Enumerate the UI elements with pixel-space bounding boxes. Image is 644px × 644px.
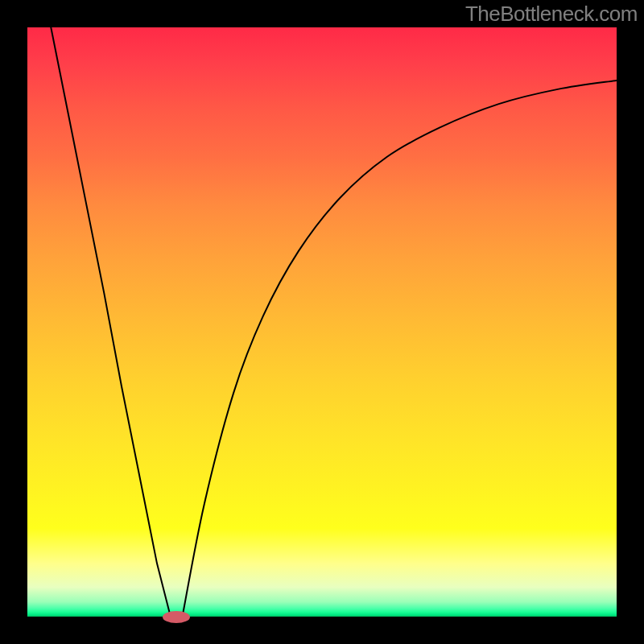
plot-area <box>27 27 617 617</box>
optimal-point-marker <box>163 611 190 623</box>
watermark-text: TheBottleneck.com <box>465 2 638 27</box>
chart-frame: TheBottleneck.com <box>0 0 644 644</box>
bottleneck-curve <box>27 27 617 617</box>
